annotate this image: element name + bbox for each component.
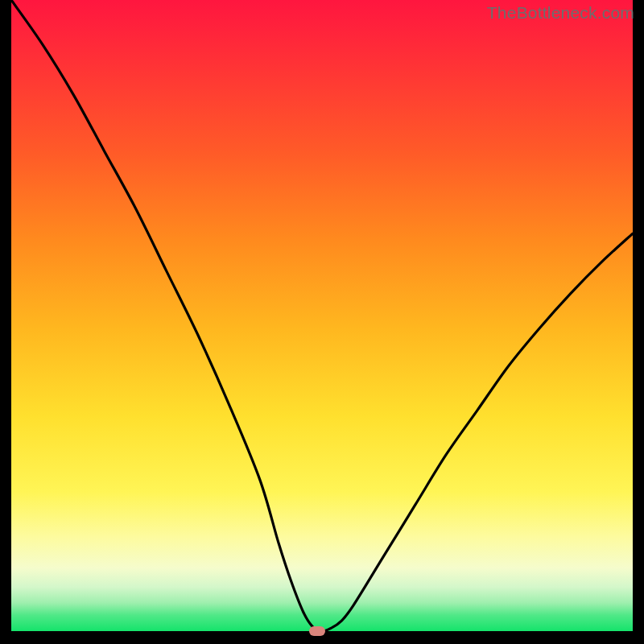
plot-area [11,0,633,631]
watermark-text: TheBottleneck.com [487,3,634,23]
chart-frame: TheBottleneck.com [0,0,644,644]
optimum-marker [309,626,325,636]
bottleneck-curve [11,0,633,631]
